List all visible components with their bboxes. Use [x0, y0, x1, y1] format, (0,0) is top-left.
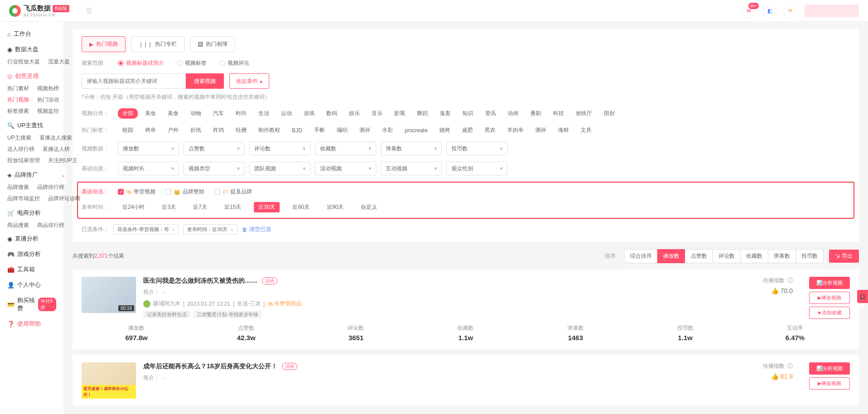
nav-link[interactable]: 视频监控 — [37, 107, 59, 115]
tag-item[interactable]: procreate — [400, 126, 432, 135]
chk-mention-brand[interactable]: 🏷提及品牌 — [214, 188, 252, 196]
tag-item[interactable]: 吐槽 — [231, 125, 251, 135]
analyze-button[interactable]: 📊 分析视频 — [809, 277, 850, 289]
tag-item[interactable]: 户外 — [163, 125, 183, 135]
help-icon[interactable]: ⟳ — [784, 4, 797, 18]
search-input[interactable] — [82, 73, 186, 89]
video-thumbnail[interactable]: 逆天改命！成年再长10公分！ — [82, 362, 136, 399]
category-item[interactable]: 国创 — [599, 108, 619, 119]
nav-link[interactable]: 流量大盘 — [48, 58, 70, 66]
category-item[interactable]: 汽车 — [209, 108, 228, 119]
time-option[interactable]: 近90天 — [322, 202, 348, 212]
nav-link[interactable]: 热门活动 — [37, 96, 59, 104]
tag-item[interactable]: 手帐 — [310, 125, 330, 135]
basic-select[interactable]: 视频类型 — [184, 162, 245, 175]
close-icon[interactable]: × — [230, 227, 233, 232]
play-button[interactable]: ▶ 播放视频 — [809, 377, 850, 390]
category-item[interactable]: 放映厅 — [571, 108, 596, 119]
search-button[interactable]: 搜索视频 — [186, 73, 224, 89]
tag-item[interactable]: 测评 — [531, 125, 551, 135]
nav-live[interactable]: ◉直播分析 — [0, 231, 63, 246]
nav-tools[interactable]: 🧰工具箱 — [0, 262, 63, 277]
tag-item[interactable]: 烧烤 — [435, 125, 455, 135]
nav-link[interactable]: 投放结果管理 — [7, 157, 40, 164]
nav-brand[interactable]: ◈品牌推广 — [0, 166, 63, 182]
category-item[interactable]: 美妆 — [141, 108, 160, 119]
tag-item[interactable]: 校园 — [118, 125, 138, 135]
time-option[interactable]: 近15天 — [220, 202, 246, 212]
data-select[interactable]: 点赞数 — [184, 142, 245, 155]
nav-game[interactable]: 🎮游戏分析 — [0, 246, 63, 262]
sort-option[interactable]: 播放数 — [657, 249, 685, 263]
nav-link[interactable]: 达人排行榜 — [7, 145, 34, 153]
nav-link[interactable]: 品牌搜索 — [7, 183, 29, 191]
nav-help[interactable]: ❓使用帮助 — [0, 316, 63, 332]
tag-item[interactable]: 编织 — [332, 125, 352, 135]
category-item[interactable]: 美食 — [163, 108, 183, 119]
tab-hot-column[interactable]: ❘❘❘热门专栏 — [131, 36, 184, 52]
nav-data-board[interactable]: ◉数据大盘 — [0, 41, 63, 56]
basic-select[interactable]: 观众性别 — [446, 162, 508, 175]
category-item[interactable]: 资讯 — [480, 108, 500, 119]
nav-link[interactable]: 标签搜索 — [7, 107, 29, 115]
nav-user-center[interactable]: 👤个人中心 — [0, 277, 63, 293]
category-item[interactable]: 鬼畜 — [435, 108, 455, 119]
author-name[interactable]: 疆域阿力木 — [153, 300, 180, 308]
app-icon[interactable]: ◧ — [763, 4, 776, 18]
tag-item[interactable]: 黑农 — [480, 125, 500, 135]
nav-link[interactable]: 商品排行榜 — [37, 221, 64, 229]
category-item[interactable]: 动物 — [186, 108, 206, 119]
sidebar-toggle-icon[interactable]: ☰ — [86, 6, 92, 15]
tag-item[interactable]: 测评 — [355, 125, 375, 135]
analyze-button[interactable]: 📊 分析视频 — [809, 362, 850, 375]
category-item[interactable]: 运动 — [276, 108, 296, 119]
favorite-button[interactable]: ★ 添加收藏 — [809, 307, 850, 319]
info-icon[interactable]: ⓘ — [787, 362, 793, 370]
nav-link-active[interactable]: 热门视频 — [7, 96, 29, 104]
export-button[interactable]: ⇲导出 — [829, 250, 859, 263]
clear-all-button[interactable]: 🗑清空已选 — [242, 226, 271, 233]
basic-select[interactable]: 团队视频 — [249, 162, 310, 175]
category-item[interactable]: 全部 — [118, 108, 138, 119]
nav-link[interactable]: 热门素材 — [7, 85, 29, 92]
nav-link[interactable]: 直播达人搜索 — [39, 134, 72, 142]
tag-item[interactable]: BJD — [287, 126, 307, 135]
customer-service-float[interactable]: 🎧客服 — [857, 290, 868, 303]
tag-item[interactable]: 文具 — [576, 125, 596, 135]
nav-ecom[interactable]: 🛒电商分析 — [0, 204, 63, 220]
time-option[interactable]: 近60天 — [288, 202, 314, 212]
nav-link[interactable]: 行业投放大盘 — [7, 58, 40, 66]
tag-item[interactable]: 烤串 — [141, 125, 160, 135]
play-button[interactable]: ▶ 播放视频 — [809, 292, 850, 304]
tag-item[interactable]: 炸鸡 — [209, 125, 228, 135]
video-thumbnail[interactable]: 00:16 — [82, 277, 136, 313]
chk-goods-video[interactable]: ✓🛍带货视频 — [118, 188, 155, 196]
time-option[interactable]: 近7天 — [189, 202, 212, 212]
data-select[interactable]: 播放数 — [118, 142, 179, 155]
time-option[interactable]: 近24小时 — [118, 202, 149, 212]
data-select[interactable]: 投币数 — [446, 142, 508, 155]
tab-hot-video[interactable]: ▶热门视频 — [82, 36, 126, 52]
nav-link[interactable]: 品牌市场监控 — [7, 195, 40, 202]
chk-brand-sponsor[interactable]: 👑品牌赞助 — [165, 188, 204, 196]
nav-buy[interactable]: 💳购买续费年付6折 — [0, 293, 63, 316]
category-item[interactable]: 科技 — [548, 108, 568, 119]
tag-item[interactable]: 海鲜 — [553, 125, 573, 135]
nav-link[interactable]: UP主搜索 — [7, 134, 31, 142]
tab-hot-album[interactable]: 🖼热门相簿 — [190, 36, 235, 52]
data-select[interactable]: 评论数 — [249, 142, 310, 155]
category-item[interactable]: 知识 — [458, 108, 478, 119]
category-item[interactable]: 娱乐 — [344, 108, 364, 119]
data-select[interactable]: 弹幕数 — [381, 142, 442, 155]
category-item[interactable]: 生活 — [254, 108, 274, 119]
video-tag[interactable]: 记录美好农村生活 — [143, 311, 190, 318]
sidebar-collapse-icon[interactable]: « — [60, 167, 67, 185]
info-icon[interactable]: ⓘ — [787, 277, 793, 284]
nav-up-search[interactable]: 🔍UP主查找 — [0, 117, 63, 132]
sort-option[interactable]: 收藏数 — [740, 249, 768, 263]
category-item[interactable]: 数码 — [322, 108, 342, 119]
sort-option[interactable]: 评论数 — [713, 249, 741, 263]
tag-item[interactable]: 羊肉串 — [503, 125, 528, 135]
collapse-filter-button[interactable]: 收起条件▴ — [229, 73, 269, 89]
time-option[interactable]: 自定义 — [356, 202, 382, 212]
